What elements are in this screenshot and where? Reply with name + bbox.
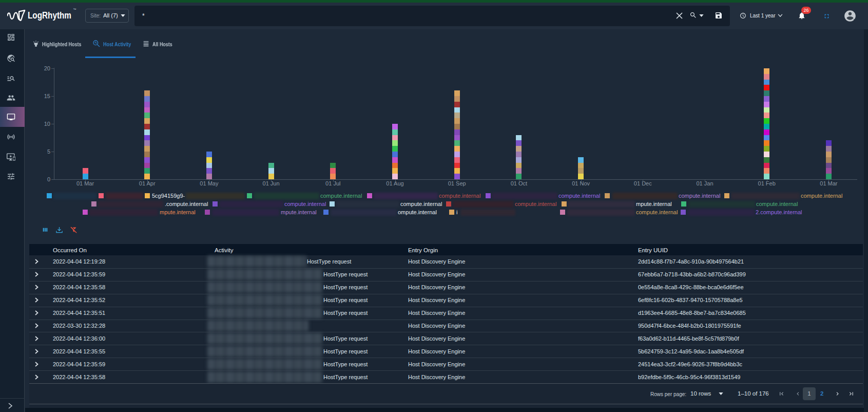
svg-text:™: ™ — [73, 8, 76, 11]
svg-text:LogRhythm: LogRhythm — [28, 10, 71, 21]
